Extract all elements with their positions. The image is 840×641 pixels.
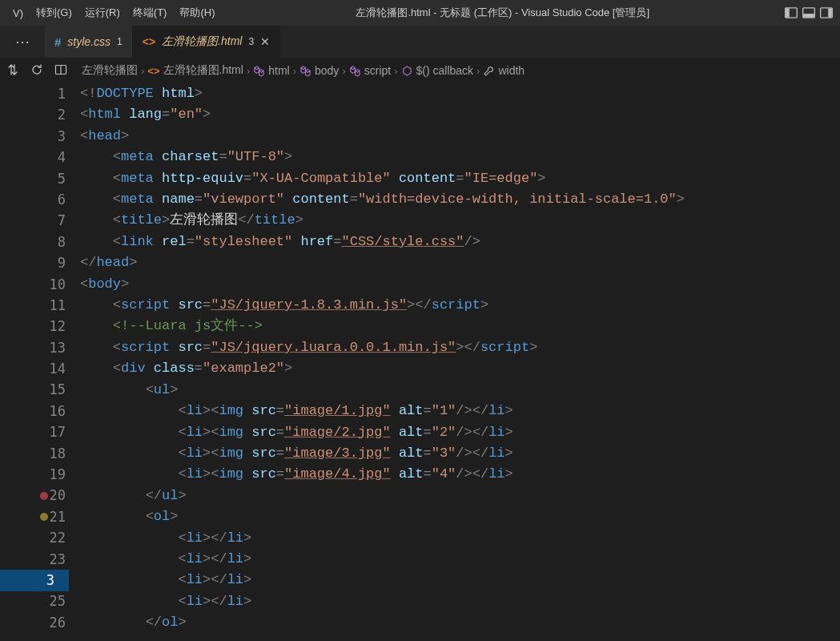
split-editor-icon[interactable]: [54, 63, 67, 79]
menu-item[interactable]: 帮助(H): [173, 6, 221, 20]
symbol-icon: [349, 65, 361, 77]
html-file-icon: <>: [143, 35, 155, 48]
breadcrumb-bar: 左滑轮播图›<>左滑轮播图.html›html›body›script›$() …: [0, 58, 840, 83]
breadcrumb-label: $() callback: [416, 64, 474, 77]
breadcrumb-item[interactable]: script: [349, 64, 391, 77]
line-number: 19: [0, 464, 66, 485]
breadcrumb-item[interactable]: $() callback: [401, 64, 474, 77]
breadcrumb-item[interactable]: <>左滑轮播图.html: [147, 63, 243, 78]
line-number: 16: [0, 401, 66, 421]
breadcrumb-label: body: [315, 64, 339, 77]
menu-item[interactable]: 转到(G): [30, 6, 78, 20]
svg-rect-3: [803, 14, 814, 18]
chevron-right-icon: ›: [141, 65, 144, 77]
line-number: 11: [0, 295, 66, 316]
breadcrumb-label: 左滑轮播图.html: [163, 63, 243, 78]
line-number: 26: [0, 612, 66, 633]
chevron-right-icon: ›: [342, 65, 345, 77]
breadcrumb-item[interactable]: 左滑轮播图: [82, 63, 138, 78]
line-number: 17: [0, 421, 66, 442]
refresh-icon[interactable]: [30, 63, 43, 79]
code-content[interactable]: <!DOCTYPE html><html lang="en"><head> <m…: [80, 83, 685, 641]
html-file-icon: <>: [147, 65, 159, 77]
line-number: 15: [0, 379, 66, 400]
breadcrumb-item[interactable]: body: [299, 64, 339, 77]
line-number: 14: [0, 358, 66, 379]
line-number: 18: [0, 443, 66, 464]
line-number: 22: [0, 527, 66, 548]
line-number: 9: [0, 252, 66, 273]
close-icon[interactable]: ✕: [260, 35, 270, 48]
line-number: 20: [0, 485, 66, 506]
chevron-right-icon: ›: [247, 65, 250, 77]
line-number: 6: [0, 189, 66, 210]
breadcrumb-label: script: [364, 64, 391, 77]
more-actions-icon[interactable]: ⋯: [0, 26, 45, 58]
breadcrumb-item[interactable]: width: [483, 64, 524, 77]
gutter-marker: [40, 492, 48, 500]
line-number: 13: [0, 337, 66, 358]
layout-right-icon[interactable]: [819, 6, 834, 20]
tab-label: 左滑轮播图.html: [162, 34, 242, 49]
tab[interactable]: <>左滑轮播图.html3✕: [133, 26, 280, 58]
chevron-right-icon: ›: [476, 65, 480, 77]
window-title: 左滑轮播图.html - 无标题 (工作区) - Visual Studio C…: [221, 6, 784, 20]
wrench-icon: [483, 65, 495, 77]
breadcrumb-item[interactable]: html: [253, 64, 289, 77]
chevron-right-icon: ›: [394, 65, 397, 77]
menu-item[interactable]: 运行(R): [78, 6, 127, 20]
line-number: 2: [0, 104, 66, 125]
line-number: 1: [0, 83, 66, 104]
tab-badge: 3: [248, 36, 254, 47]
layout-panel-icon[interactable]: [784, 6, 798, 20]
line-number: 25: [0, 591, 66, 611]
menu-bar: V) 转到(G) 运行(R) 终端(T) 帮助(H) 左滑轮播图.html - …: [0, 0, 840, 26]
breadcrumb-label: 左滑轮播图: [82, 63, 138, 78]
chevron-right-icon: ›: [293, 65, 296, 77]
svg-rect-5: [828, 8, 832, 17]
layout-bottom-icon[interactable]: [802, 6, 816, 20]
line-number: 7: [0, 210, 66, 231]
line-number: 4: [0, 147, 66, 167]
tab[interactable]: #style.css1: [45, 26, 133, 58]
method-icon: [401, 65, 413, 77]
compare-icon[interactable]: [6, 63, 19, 79]
line-number: 23: [0, 549, 66, 570]
css-file-icon: #: [54, 35, 61, 49]
gutter-marker: [40, 513, 48, 521]
line-number: 8: [0, 232, 66, 252]
line-number-gutter: 1234567891011121314151617181920212223242…: [0, 83, 80, 641]
line-number: 21: [0, 506, 66, 527]
line-number: 12: [0, 316, 66, 337]
breadcrumb-label: html: [268, 64, 289, 77]
line-number: 10: [0, 274, 66, 295]
tab-label: style.css: [67, 35, 111, 48]
tab-bar: ⋯ #style.css1<>左滑轮播图.html3✕: [0, 26, 840, 58]
breadcrumb-label: width: [498, 64, 524, 77]
svg-rect-1: [786, 8, 790, 17]
symbol-icon: [253, 65, 265, 77]
symbol-icon: [299, 65, 311, 77]
line-number: 5: [0, 168, 66, 189]
menu-item[interactable]: V): [6, 7, 30, 19]
editor[interactable]: 1234567891011121314151617181920212223242…: [0, 83, 840, 641]
menu-item[interactable]: 终端(T): [127, 6, 174, 20]
tab-badge: 1: [117, 36, 123, 47]
line-number: 3: [0, 126, 66, 147]
problem-count-badge[interactable]: 3: [0, 570, 69, 591]
